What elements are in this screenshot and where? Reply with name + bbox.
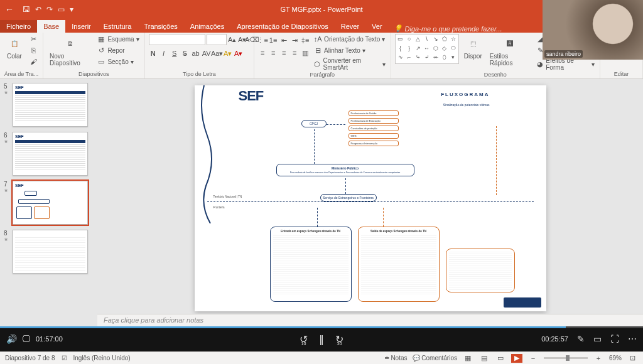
thumbnails-pane[interactable]: 5★ SEF 6★ SEF 7★ SEF 8★ bbox=[0, 79, 97, 326]
spacing-icon[interactable]: AV bbox=[202, 49, 211, 58]
copy-button[interactable]: ⎘ bbox=[28, 45, 39, 55]
qat-more-icon[interactable]: ▾ bbox=[70, 5, 73, 14]
forward-button[interactable]: ↻30 bbox=[335, 333, 343, 345]
paste-icon: 📋 bbox=[6, 35, 23, 51]
sorter-view-icon[interactable]: ▤ bbox=[478, 354, 490, 363]
brush-icon: 🖌 bbox=[29, 57, 38, 66]
italic-icon[interactable]: I bbox=[159, 49, 168, 58]
comments-toggle[interactable]: 💬 Comentários bbox=[413, 355, 457, 361]
bold-icon[interactable]: N bbox=[149, 49, 158, 58]
fullscreen-icon[interactable]: ⛶ bbox=[610, 334, 619, 344]
playback-bar: 🔊 🖵 01:57:00 ↺10 ‖ ↻30 00:25:57 ✎ ▭ ⛶ ⋯ bbox=[0, 326, 643, 351]
saida-box: Saída de espaço Schengen através de TN bbox=[358, 227, 440, 302]
zoom-out-icon[interactable]: − bbox=[527, 354, 539, 363]
group-slides: 🗎 Novo Diapositivo ▦Esquema▾ ↺Repor ▭Sec… bbox=[43, 33, 145, 78]
zoom-in-icon[interactable]: + bbox=[593, 354, 604, 363]
align-right-icon[interactable]: ≡ bbox=[279, 48, 288, 57]
qat-save-icon[interactable]: 🖫 bbox=[23, 5, 30, 14]
volume-icon[interactable]: 🔊 bbox=[6, 334, 17, 344]
line-spacing-icon[interactable]: ‡≡ bbox=[301, 36, 310, 45]
columns-icon[interactable]: ▥ bbox=[301, 48, 310, 57]
more-icon[interactable]: ⋯ bbox=[628, 334, 637, 344]
qat-redo-icon[interactable]: ↷ bbox=[46, 5, 53, 14]
case-icon[interactable]: Aa▾ bbox=[213, 49, 222, 58]
back-button[interactable]: ← bbox=[0, 4, 19, 14]
align-left-icon[interactable]: ≡ bbox=[258, 48, 267, 57]
slideshow-view-icon[interactable]: ▶ bbox=[511, 354, 522, 363]
sef-box: Serviço de Estrangeiros e Fronteiras bbox=[320, 194, 377, 201]
entrada-box: Entrada em espaço Schengen através de TN bbox=[270, 227, 352, 302]
window-title: GT MGF.pptx - PowerPoint bbox=[280, 6, 362, 13]
strike-icon[interactable]: S̶ bbox=[181, 49, 190, 58]
thumb-7[interactable]: 7★ SEF bbox=[4, 181, 94, 225]
notes-pane[interactable]: Faça clique para adicionar notas bbox=[97, 314, 643, 326]
highlight-icon[interactable]: A▾ bbox=[224, 49, 232, 58]
indent-inc-icon[interactable]: ⇥ bbox=[290, 36, 299, 45]
zoom-level[interactable]: 69% bbox=[609, 355, 622, 361]
tab-home[interactable]: Base bbox=[37, 20, 65, 33]
cut-button[interactable]: ✂ bbox=[28, 34, 39, 44]
numbering-icon[interactable]: 1≡ bbox=[269, 36, 278, 45]
thumb-5[interactable]: 5★ SEF bbox=[4, 83, 94, 127]
grow-font-icon[interactable]: A▴ bbox=[228, 35, 237, 44]
qat-undo-icon[interactable]: ↶ bbox=[35, 5, 41, 14]
bulb-icon: 💡 bbox=[394, 24, 403, 33]
justify-icon[interactable]: ≡ bbox=[290, 48, 299, 57]
text-direction-button[interactable]: ↕AOrientação do Texto▾ bbox=[312, 34, 387, 44]
cut-icon: ✂ bbox=[29, 35, 38, 43]
layout-button[interactable]: ▦Esquema▾ bbox=[95, 34, 140, 44]
smartart-button[interactable]: ⬡Converter em SmartArt▾ bbox=[312, 56, 387, 72]
tab-review[interactable]: Rever bbox=[335, 20, 365, 33]
font-color-icon[interactable]: A▾ bbox=[234, 49, 243, 58]
mp-box: Ministério Público Procuradoria de famíl… bbox=[276, 164, 414, 176]
cpcj-box: CPCJ bbox=[301, 120, 327, 127]
arrange-button[interactable]: ⬚Dispor bbox=[462, 34, 485, 61]
language-indicator[interactable]: Inglês (Reino Unido) bbox=[73, 355, 131, 361]
progress-bar[interactable] bbox=[0, 326, 643, 328]
tab-view[interactable]: Ver bbox=[365, 20, 389, 33]
qat-slideshow-icon[interactable]: ▭ bbox=[58, 5, 65, 14]
underline-icon[interactable]: S bbox=[170, 49, 179, 58]
quick-styles-button[interactable]: 🅰Estilos Rápidos bbox=[487, 34, 532, 68]
section-button[interactable]: ▭Secção▾ bbox=[95, 56, 140, 67]
zoom-slider[interactable] bbox=[544, 357, 588, 359]
font-family-combo[interactable] bbox=[149, 34, 205, 45]
tell-me[interactable]: 💡Diga-me o que pretende fazer... bbox=[394, 24, 502, 33]
pause-button[interactable]: ‖ bbox=[319, 333, 324, 345]
tab-slideshow[interactable]: Apresentação de Diapositivos bbox=[230, 20, 335, 33]
fit-icon[interactable]: ⊡ bbox=[627, 354, 638, 363]
pen-icon[interactable]: ✎ bbox=[577, 334, 585, 344]
thumb-6[interactable]: 6★ SEF bbox=[4, 132, 94, 176]
slide-indicator[interactable]: Diapositivo 7 de 8 bbox=[5, 355, 55, 361]
device-icon[interactable]: 🖵 bbox=[22, 334, 31, 344]
tab-design[interactable]: Estrutura bbox=[97, 20, 138, 33]
new-slide-button[interactable]: 🗎 Novo Diapositivo bbox=[47, 34, 93, 68]
notes-toggle[interactable]: ≐ Notas bbox=[384, 355, 408, 361]
tab-transitions[interactable]: Transições bbox=[138, 20, 183, 33]
tab-animations[interactable]: Animações bbox=[184, 20, 230, 33]
shapes-gallery[interactable]: ▭○△\↘⬠☆ {}↗↔⬡◇⬭ ∿⌐⤷⤶⬰⬯▾ bbox=[395, 34, 459, 64]
bullets-icon[interactable]: ⋮≡ bbox=[258, 36, 267, 45]
tab-file[interactable]: Ficheiro bbox=[0, 20, 37, 33]
align-center-icon[interactable]: ≡ bbox=[269, 48, 278, 57]
cc-icon[interactable]: ▭ bbox=[593, 334, 602, 344]
paste-button[interactable]: 📋 Colar bbox=[4, 34, 25, 61]
font-size-combo[interactable] bbox=[207, 34, 227, 45]
reading-view-icon[interactable]: ▭ bbox=[495, 354, 506, 363]
reset-button[interactable]: ↺Repor bbox=[95, 45, 140, 55]
thumb-8[interactable]: 8★ bbox=[4, 230, 94, 274]
slide-canvas[interactable]: SEF FLUXOGRAMA Sinalização de potenciais… bbox=[97, 79, 643, 326]
format-painter-button[interactable]: 🖌 bbox=[28, 56, 39, 67]
normal-view-icon[interactable]: ▦ bbox=[462, 354, 473, 363]
section-icon: ▭ bbox=[97, 57, 105, 66]
arrange-icon: ⬚ bbox=[465, 35, 481, 51]
rewind-button[interactable]: ↺10 bbox=[300, 333, 308, 345]
spell-icon[interactable]: ☑ bbox=[62, 355, 67, 361]
indent-dec-icon[interactable]: ⇤ bbox=[279, 36, 288, 45]
workspace: 5★ SEF 6★ SEF 7★ SEF 8★ SEF FLUXOGRAMA S… bbox=[0, 79, 643, 326]
presenter-video: sandra ribeiro bbox=[543, 0, 643, 60]
shadow-icon[interactable]: ab bbox=[192, 49, 200, 58]
group-paragraph: ⋮≡ 1≡ ⇤ ⇥ ‡≡ ≡ ≡ ≡ ≡ ▥ ↕AOrientação do T… bbox=[254, 33, 391, 78]
align-text-button[interactable]: ⊟Alinhar Texto▾ bbox=[312, 45, 387, 55]
tab-insert[interactable]: Inserir bbox=[65, 20, 97, 33]
